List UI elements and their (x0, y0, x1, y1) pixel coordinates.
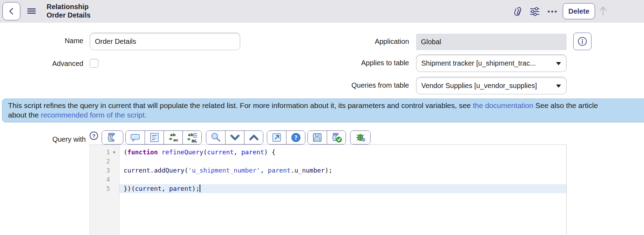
caret-down-icon (556, 85, 561, 88)
queries-from-table-select[interactable]: Vendor Supplies [u_vendor_supplies] (416, 77, 567, 94)
page-title-record: Order Details (47, 11, 91, 19)
code-token: . (150, 167, 154, 174)
gutter-row: 5 (90, 184, 119, 193)
advanced-label: Advanced (21, 60, 83, 68)
script-editor-button[interactable] (102, 131, 121, 144)
toolbar-group-edit: ab ac ab ac (125, 130, 202, 145)
more-options-button[interactable] (546, 6, 558, 18)
fold-arrow-icon[interactable]: ▾ (110, 148, 118, 157)
find-next-button[interactable] (225, 131, 244, 144)
editor-code-area[interactable]: (function refineQuery(current, parent) {… (119, 145, 566, 235)
save-button[interactable] (308, 131, 327, 144)
code-token: u_number (295, 167, 325, 174)
gutter-row: 4 (90, 175, 119, 184)
code-token: parent (268, 167, 291, 174)
code-line-3[interactable]: current.addQuery('u_shipment_number', pa… (119, 166, 566, 175)
text-cursor (200, 184, 200, 192)
code-token: ); (192, 185, 200, 192)
chevron-down-icon (230, 134, 240, 141)
fold-spacer (110, 157, 118, 166)
code-token: , (234, 148, 241, 156)
svg-text:ab: ab (188, 133, 193, 137)
info-icon (577, 36, 587, 46)
query-with-label: Query with (21, 135, 86, 143)
page-title: Relationship Order Details (47, 2, 91, 19)
fold-spacer (110, 175, 118, 184)
banner-link[interactable]: recommended form of the script. (41, 111, 146, 119)
line-number: 5 (90, 184, 110, 193)
gutter-row: 1▾ (90, 148, 119, 157)
code-token: parent (241, 148, 264, 156)
banner-line-2: about the recommended form of the script… (8, 110, 644, 120)
search-icon (210, 132, 221, 143)
up-arrow-icon (598, 5, 608, 16)
script-editor[interactable]: 1▾2345 (function refineQuery(current, pa… (89, 145, 567, 235)
back-button[interactable] (2, 2, 20, 20)
banner-text: about the (8, 111, 41, 119)
banner-line-1: This script refines the query in current… (8, 101, 644, 110)
banner-text: This script refines the query in current… (8, 101, 473, 109)
code-line-5[interactable]: })(current, parent); (119, 184, 566, 193)
replace-all-button[interactable]: ab ac (182, 131, 201, 144)
code-line-2[interactable] (119, 157, 566, 166)
svg-text:?: ? (294, 134, 297, 141)
attachments-button[interactable] (512, 6, 524, 18)
svg-text:ac: ac (173, 138, 178, 142)
svg-text:ab: ab (170, 133, 175, 137)
banner-link[interactable]: the documentation (473, 101, 533, 109)
gutter-row: 2 (90, 157, 119, 166)
open-new-window-button[interactable] (267, 131, 286, 144)
code-token: ( (124, 148, 127, 156)
code-line-4[interactable] (119, 175, 566, 184)
syntax-check-button[interactable] (327, 131, 346, 144)
scroll-to-top-button[interactable] (597, 5, 609, 17)
paperclip-icon (513, 6, 523, 17)
applies-to-table-value: Shipment tracker [u_shipment_trac... (421, 59, 536, 67)
delete-button[interactable]: Delete (563, 3, 595, 19)
comment-icon (130, 133, 140, 142)
applies-to-table-label: Applies to table (304, 59, 409, 67)
sliders-icon (529, 7, 540, 16)
search-button[interactable] (206, 131, 225, 144)
debug-button[interactable] (351, 131, 370, 144)
syntax-check-icon (331, 132, 342, 143)
save-icon (312, 133, 322, 142)
code-line-1[interactable]: (function refineQuery(current, parent) { (119, 148, 566, 157)
application-field: Global (416, 34, 567, 50)
application-label: Application (304, 38, 409, 46)
script-icon (106, 132, 117, 143)
toolbar-group-window: ? (267, 130, 305, 145)
application-info-button[interactable] (573, 33, 591, 50)
more-dots-icon (547, 10, 558, 13)
editor-gutter: 1▾2345 (90, 145, 119, 235)
code-token: ); (325, 167, 332, 174)
applies-to-table-select[interactable]: Shipment tracker [u_shipment_trac... (416, 54, 567, 72)
hamburger-icon[interactable] (27, 8, 36, 14)
banner-text: See also the article (533, 101, 598, 109)
find-previous-button[interactable] (244, 131, 263, 144)
toolbar-group-script (102, 130, 123, 145)
gutter-row: 3 (90, 166, 119, 175)
advanced-checkbox[interactable] (90, 59, 98, 68)
field-help-button[interactable]: ? (90, 132, 98, 140)
format-code-icon (150, 133, 159, 142)
code-token: parent (169, 185, 192, 192)
format-code-button[interactable] (145, 131, 164, 144)
editor-help-button[interactable]: ? (286, 131, 305, 144)
personalize-form-button[interactable] (529, 6, 541, 18)
chevron-up-icon (249, 134, 259, 141)
toolbar-group-debug (350, 130, 371, 145)
name-input[interactable] (90, 33, 240, 50)
fold-spacer (110, 166, 118, 175)
code-token: , (161, 185, 169, 192)
toggle-comment-button[interactable] (126, 131, 145, 144)
code-token (158, 148, 162, 156)
name-label: Name (21, 37, 83, 45)
code-token: current (124, 167, 150, 174)
replace-button[interactable]: ab ac (164, 131, 182, 144)
page-title-type: Relationship (47, 2, 91, 11)
line-number: 2 (90, 157, 110, 166)
debug-icon (355, 132, 366, 143)
back-chevron-icon (8, 7, 15, 15)
queries-from-table-label: Queries from table (304, 81, 409, 89)
